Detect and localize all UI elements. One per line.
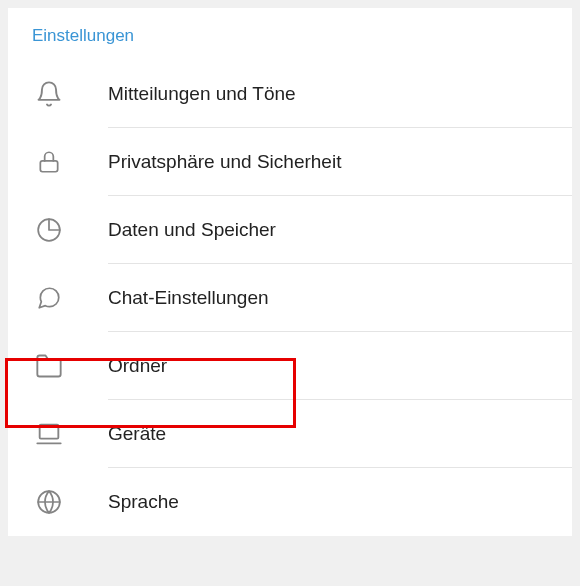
item-language[interactable]: Sprache xyxy=(8,468,572,536)
item-label: Ordner xyxy=(108,355,167,377)
laptop-icon xyxy=(32,417,66,451)
item-folders[interactable]: Ordner xyxy=(8,332,572,400)
item-label: Daten und Speicher xyxy=(108,219,276,241)
svg-rect-0 xyxy=(40,161,57,172)
globe-icon xyxy=(32,485,66,519)
item-devices[interactable]: Geräte xyxy=(8,400,572,468)
svg-rect-2 xyxy=(40,425,59,439)
item-label: Mitteilungen und Töne xyxy=(108,83,296,105)
item-chat-settings[interactable]: Chat-Einstellungen xyxy=(8,264,572,332)
settings-section-header[interactable]: Einstellungen xyxy=(8,8,572,60)
item-notifications[interactable]: Mitteilungen und Töne xyxy=(8,60,572,128)
item-label: Sprache xyxy=(108,491,179,513)
chat-icon xyxy=(32,281,66,315)
pie-icon xyxy=(32,213,66,247)
bell-icon xyxy=(32,77,66,111)
item-privacy[interactable]: Privatsphäre und Sicherheit xyxy=(8,128,572,196)
item-label: Geräte xyxy=(108,423,166,445)
item-data-storage[interactable]: Daten und Speicher xyxy=(8,196,572,264)
item-label: Privatsphäre und Sicherheit xyxy=(108,151,341,173)
folder-icon xyxy=(32,349,66,383)
lock-icon xyxy=(32,145,66,179)
settings-list: Mitteilungen und Töne Privatsphäre und S… xyxy=(8,60,572,536)
item-label: Chat-Einstellungen xyxy=(108,287,269,309)
